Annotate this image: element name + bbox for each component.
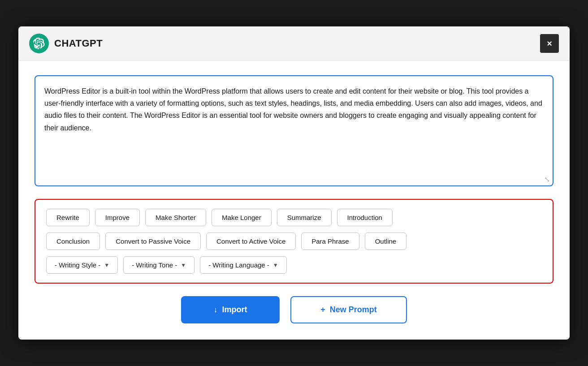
introduction-button[interactable]: Introduction xyxy=(337,209,393,226)
button-row-2: Conclusion Convert to Passive Voice Conv… xyxy=(46,233,542,250)
footer-buttons: ↓ Import + New Prompt xyxy=(35,296,553,323)
writing-tone-chevron-icon: ▼ xyxy=(181,262,186,268)
improve-button[interactable]: Improve xyxy=(95,209,140,226)
modal-header: CHATGPT × xyxy=(18,26,570,61)
plus-icon: + xyxy=(320,305,325,314)
modal-body: WordPress Editor is a built-in tool with… xyxy=(18,61,570,340)
writing-style-chevron-icon: ▼ xyxy=(104,262,109,268)
summarize-button[interactable]: Summarize xyxy=(277,209,332,226)
button-row-1: Rewrite Improve Make Shorter Make Longer… xyxy=(46,209,542,226)
new-prompt-button[interactable]: + New Prompt xyxy=(290,296,407,323)
action-buttons-section: Rewrite Improve Make Shorter Make Longer… xyxy=(35,199,553,284)
resize-handle-icon: ⤡ xyxy=(544,175,550,184)
writing-language-label: - Writing Language - xyxy=(208,261,269,269)
passive-voice-button[interactable]: Convert to Passive Voice xyxy=(105,233,201,250)
writing-language-dropdown[interactable]: - Writing Language - ▼ xyxy=(200,256,287,274)
active-voice-button[interactable]: Convert to Active Voice xyxy=(206,233,296,250)
header-left: CHATGPT xyxy=(29,34,103,53)
page-background: CHATGPT × WordPress Editor is a built-in… xyxy=(0,0,588,366)
close-button[interactable]: × xyxy=(540,34,559,53)
textarea-wrapper: WordPress Editor is a built-in tool with… xyxy=(35,75,553,186)
make-longer-button[interactable]: Make Longer xyxy=(212,209,272,226)
conclusion-button[interactable]: Conclusion xyxy=(46,233,100,250)
button-row-3: - Writing Style - ▼ - Writing Tone - ▼ -… xyxy=(46,256,542,274)
import-button[interactable]: ↓ Import xyxy=(181,296,280,323)
content-textarea[interactable]: WordPress Editor is a built-in tool with… xyxy=(44,85,544,175)
make-shorter-button[interactable]: Make Shorter xyxy=(145,209,206,226)
chatgpt-logo xyxy=(29,34,49,53)
chatgpt-logo-icon xyxy=(33,38,45,49)
writing-tone-label: - Writing Tone - xyxy=(132,261,177,269)
writing-style-dropdown[interactable]: - Writing Style - ▼ xyxy=(46,256,118,274)
import-label: Import xyxy=(222,305,247,314)
header-title: CHATGPT xyxy=(54,38,103,49)
new-prompt-label: New Prompt xyxy=(330,305,377,314)
rewrite-button[interactable]: Rewrite xyxy=(46,209,90,226)
outline-button[interactable]: Outline xyxy=(365,233,407,250)
writing-tone-dropdown[interactable]: - Writing Tone - ▼ xyxy=(123,256,195,274)
writing-language-chevron-icon: ▼ xyxy=(273,262,278,268)
modal-container: CHATGPT × WordPress Editor is a built-in… xyxy=(18,26,570,340)
import-icon: ↓ xyxy=(214,305,218,314)
writing-style-label: - Writing Style - xyxy=(55,261,100,269)
para-phrase-button[interactable]: Para Phrase xyxy=(301,233,359,250)
